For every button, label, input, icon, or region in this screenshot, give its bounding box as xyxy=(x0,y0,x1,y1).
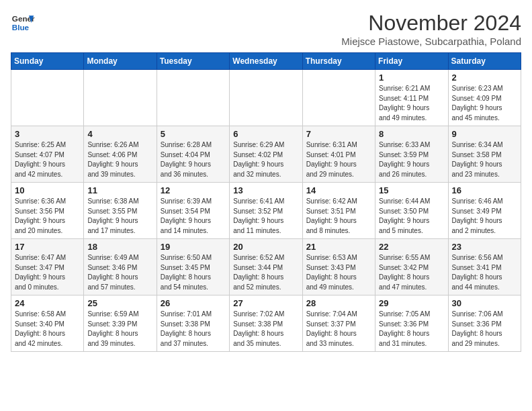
day-detail: Sunrise: 6:36 AM Sunset: 3:56 PM Dayligh… xyxy=(15,197,80,236)
day-detail: Sunrise: 7:01 AM Sunset: 3:38 PM Dayligh… xyxy=(161,310,226,349)
calendar-day-cell: 8Sunrise: 6:33 AM Sunset: 3:59 PM Daylig… xyxy=(375,126,448,183)
day-number: 19 xyxy=(161,242,226,252)
calendar-day-cell: 28Sunrise: 7:04 AM Sunset: 3:37 PM Dayli… xyxy=(302,295,375,352)
day-number: 4 xyxy=(87,129,152,139)
subtitle: Miejsce Piastowe, Subcarpathia, Poland xyxy=(341,36,521,47)
day-number: 25 xyxy=(87,298,152,308)
calendar-week-row: 1Sunrise: 6:21 AM Sunset: 4:11 PM Daylig… xyxy=(11,70,521,126)
day-detail: Sunrise: 6:29 AM Sunset: 4:02 PM Dayligh… xyxy=(233,140,298,179)
day-number: 30 xyxy=(452,298,517,308)
calendar-day-cell: 21Sunrise: 6:53 AM Sunset: 3:43 PM Dayli… xyxy=(302,239,375,295)
calendar-day-cell: 9Sunrise: 6:34 AM Sunset: 3:58 PM Daylig… xyxy=(448,126,521,183)
day-detail: Sunrise: 6:49 AM Sunset: 3:46 PM Dayligh… xyxy=(87,253,152,292)
day-detail: Sunrise: 7:06 AM Sunset: 3:36 PM Dayligh… xyxy=(452,310,517,349)
day-detail: Sunrise: 6:56 AM Sunset: 3:41 PM Dayligh… xyxy=(452,253,517,292)
day-number: 3 xyxy=(15,129,80,139)
calendar-day-cell: 13Sunrise: 6:41 AM Sunset: 3:52 PM Dayli… xyxy=(230,183,302,239)
main-title: November 2024 xyxy=(341,11,521,36)
day-detail: Sunrise: 6:44 AM Sunset: 3:50 PM Dayligh… xyxy=(379,197,444,236)
calendar-week-row: 17Sunrise: 6:47 AM Sunset: 3:47 PM Dayli… xyxy=(11,239,521,295)
day-number: 27 xyxy=(233,298,298,308)
day-detail: Sunrise: 6:47 AM Sunset: 3:47 PM Dayligh… xyxy=(15,253,80,292)
day-number: 26 xyxy=(161,298,226,308)
calendar-day-cell: 18Sunrise: 6:49 AM Sunset: 3:46 PM Dayli… xyxy=(84,239,157,295)
day-of-week-header: Thursday xyxy=(302,53,375,70)
day-number: 13 xyxy=(233,185,298,195)
calendar-table: SundayMondayTuesdayWednesdayThursdayFrid… xyxy=(11,52,521,352)
day-number: 29 xyxy=(379,298,444,308)
calendar-day-cell: 24Sunrise: 6:58 AM Sunset: 3:40 PM Dayli… xyxy=(11,295,84,352)
day-detail: Sunrise: 6:21 AM Sunset: 4:11 PM Dayligh… xyxy=(379,84,444,123)
day-number: 23 xyxy=(452,242,517,252)
day-detail: Sunrise: 6:55 AM Sunset: 3:42 PM Dayligh… xyxy=(379,253,444,292)
day-number: 28 xyxy=(306,298,371,308)
day-number: 24 xyxy=(15,298,80,308)
day-of-week-header: Sunday xyxy=(11,53,84,70)
calendar-day-cell: 19Sunrise: 6:50 AM Sunset: 3:45 PM Dayli… xyxy=(157,239,229,295)
calendar-day-cell: 6Sunrise: 6:29 AM Sunset: 4:02 PM Daylig… xyxy=(230,126,302,183)
day-detail: Sunrise: 6:26 AM Sunset: 4:06 PM Dayligh… xyxy=(87,140,152,179)
day-detail: Sunrise: 6:38 AM Sunset: 3:55 PM Dayligh… xyxy=(87,197,152,236)
calendar-day-cell: 26Sunrise: 7:01 AM Sunset: 3:38 PM Dayli… xyxy=(157,295,229,352)
calendar-day-cell: 27Sunrise: 7:02 AM Sunset: 3:38 PM Dayli… xyxy=(230,295,302,352)
day-of-week-header: Wednesday xyxy=(230,53,302,70)
calendar-week-row: 3Sunrise: 6:25 AM Sunset: 4:07 PM Daylig… xyxy=(11,126,521,183)
calendar-week-row: 10Sunrise: 6:36 AM Sunset: 3:56 PM Dayli… xyxy=(11,183,521,239)
page-header: General Blue November 2024 Miejsce Piast… xyxy=(11,11,521,47)
calendar-day-cell: 29Sunrise: 7:05 AM Sunset: 3:36 PM Dayli… xyxy=(375,295,448,352)
calendar-day-cell: 25Sunrise: 6:59 AM Sunset: 3:39 PM Dayli… xyxy=(84,295,157,352)
day-number: 21 xyxy=(306,242,371,252)
day-detail: Sunrise: 6:52 AM Sunset: 3:44 PM Dayligh… xyxy=(233,253,298,292)
day-detail: Sunrise: 6:58 AM Sunset: 3:40 PM Dayligh… xyxy=(15,310,80,349)
title-block: November 2024 Miejsce Piastowe, Subcarpa… xyxy=(341,11,521,47)
calendar-day-cell: 16Sunrise: 6:46 AM Sunset: 3:49 PM Dayli… xyxy=(448,183,521,239)
calendar-day-cell xyxy=(302,70,375,126)
logo-icon: General Blue xyxy=(11,11,35,35)
calendar-day-cell: 20Sunrise: 6:52 AM Sunset: 3:44 PM Dayli… xyxy=(230,239,302,295)
day-of-week-header: Tuesday xyxy=(157,53,229,70)
calendar-header-row: SundayMondayTuesdayWednesdayThursdayFrid… xyxy=(11,53,521,70)
calendar-day-cell: 12Sunrise: 6:39 AM Sunset: 3:54 PM Dayli… xyxy=(157,183,229,239)
day-number: 17 xyxy=(15,242,80,252)
day-number: 6 xyxy=(233,129,298,139)
day-number: 16 xyxy=(452,185,517,195)
day-number: 14 xyxy=(306,185,371,195)
day-number: 1 xyxy=(379,73,444,83)
day-number: 9 xyxy=(452,129,517,139)
calendar-day-cell: 15Sunrise: 6:44 AM Sunset: 3:50 PM Dayli… xyxy=(375,183,448,239)
day-detail: Sunrise: 6:34 AM Sunset: 3:58 PM Dayligh… xyxy=(452,140,517,179)
calendar-day-cell: 7Sunrise: 6:31 AM Sunset: 4:01 PM Daylig… xyxy=(302,126,375,183)
day-number: 11 xyxy=(87,185,152,195)
day-number: 10 xyxy=(15,185,80,195)
day-number: 5 xyxy=(161,129,226,139)
calendar-day-cell: 5Sunrise: 6:28 AM Sunset: 4:04 PM Daylig… xyxy=(157,126,229,183)
logo: General Blue xyxy=(11,11,35,35)
calendar-day-cell: 11Sunrise: 6:38 AM Sunset: 3:55 PM Dayli… xyxy=(84,183,157,239)
calendar-day-cell: 22Sunrise: 6:55 AM Sunset: 3:42 PM Dayli… xyxy=(375,239,448,295)
day-number: 18 xyxy=(87,242,152,252)
day-detail: Sunrise: 7:04 AM Sunset: 3:37 PM Dayligh… xyxy=(306,310,371,349)
day-number: 8 xyxy=(379,129,444,139)
calendar-week-row: 24Sunrise: 6:58 AM Sunset: 3:40 PM Dayli… xyxy=(11,295,521,352)
day-detail: Sunrise: 7:05 AM Sunset: 3:36 PM Dayligh… xyxy=(379,310,444,349)
day-number: 12 xyxy=(161,185,226,195)
day-detail: Sunrise: 6:50 AM Sunset: 3:45 PM Dayligh… xyxy=(161,253,226,292)
day-detail: Sunrise: 6:23 AM Sunset: 4:09 PM Dayligh… xyxy=(452,84,517,123)
day-detail: Sunrise: 6:33 AM Sunset: 3:59 PM Dayligh… xyxy=(379,140,444,179)
day-detail: Sunrise: 6:31 AM Sunset: 4:01 PM Dayligh… xyxy=(306,140,371,179)
day-number: 7 xyxy=(306,129,371,139)
calendar-day-cell: 10Sunrise: 6:36 AM Sunset: 3:56 PM Dayli… xyxy=(11,183,84,239)
calendar-day-cell: 14Sunrise: 6:42 AM Sunset: 3:51 PM Dayli… xyxy=(302,183,375,239)
day-detail: Sunrise: 6:28 AM Sunset: 4:04 PM Dayligh… xyxy=(161,140,226,179)
calendar-day-cell: 30Sunrise: 7:06 AM Sunset: 3:36 PM Dayli… xyxy=(448,295,521,352)
day-detail: Sunrise: 7:02 AM Sunset: 3:38 PM Dayligh… xyxy=(233,310,298,349)
day-detail: Sunrise: 6:41 AM Sunset: 3:52 PM Dayligh… xyxy=(233,197,298,236)
day-number: 2 xyxy=(452,73,517,83)
calendar-day-cell: 4Sunrise: 6:26 AM Sunset: 4:06 PM Daylig… xyxy=(84,126,157,183)
day-of-week-header: Saturday xyxy=(448,53,521,70)
calendar-day-cell: 1Sunrise: 6:21 AM Sunset: 4:11 PM Daylig… xyxy=(375,70,448,126)
day-of-week-header: Monday xyxy=(84,53,157,70)
calendar-day-cell: 17Sunrise: 6:47 AM Sunset: 3:47 PM Dayli… xyxy=(11,239,84,295)
day-detail: Sunrise: 6:42 AM Sunset: 3:51 PM Dayligh… xyxy=(306,197,371,236)
svg-text:Blue: Blue xyxy=(12,23,30,32)
